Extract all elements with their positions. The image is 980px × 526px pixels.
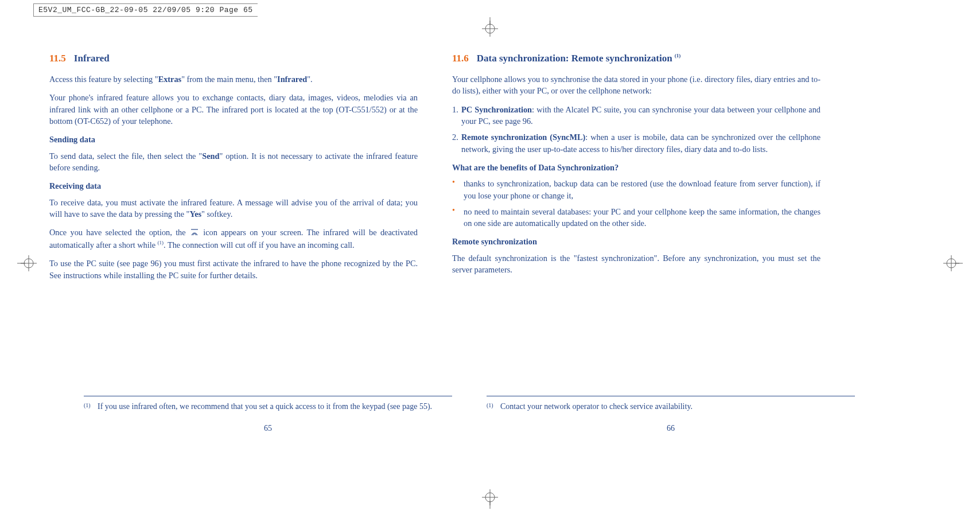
paragraph: Your cellphone allows you to synchronise… [452, 73, 820, 97]
paragraph: Once you have selected the option, the i… [49, 227, 418, 251]
document-header: E5V2_UM_FCC-GB_22-09-05 22/09/05 9:20 Pa… [33, 3, 258, 17]
section-heading: 11.5Infrared [49, 52, 418, 65]
text: " from the main menu, then " [181, 75, 277, 84]
crop-mark-bottom [479, 486, 501, 509]
footnote-text: Contact your network operator to check s… [500, 402, 855, 411]
list-item: 1. PC Synchronization: with the Alcatel … [452, 104, 820, 127]
paragraph: Your phone's infrared feature allows you… [49, 92, 418, 127]
crop-mark-left [17, 252, 40, 275]
section-number: 11.6 [452, 53, 469, 64]
page-number: 66 [487, 424, 855, 433]
section-title: Infrared [74, 53, 110, 64]
footnote: (1) Contact your network operator to che… [487, 396, 855, 411]
text: . The connection will cut off if you hav… [164, 240, 355, 250]
text-bold: Infrared [277, 75, 307, 84]
ordered-list: 1. PC Synchronization: with the Alcatel … [452, 104, 820, 155]
bullet-icon: • [452, 206, 464, 229]
bullet-icon: • [452, 178, 464, 201]
list-number: 2. [452, 131, 461, 155]
footnote-marker: (1) [84, 402, 98, 411]
text: To receive data, you must activate the i… [49, 198, 418, 219]
footnote-text: If you use infrared often, we recommend … [98, 402, 452, 411]
section-heading: 11.6Data synchronization: Remote synchro… [452, 52, 820, 65]
crop-mark-top [479, 17, 501, 40]
infrared-icon [190, 228, 199, 239]
text-bold: Extras [158, 75, 182, 84]
text-bold: Yes [189, 209, 201, 219]
left-page-content: 11.5Infrared Access this feature by sele… [49, 52, 418, 288]
subheading: What are the benefits of Data Synchroniz… [452, 162, 820, 173]
paragraph: To receive data, you must activate the i… [49, 197, 418, 220]
text: ". [307, 75, 312, 84]
footnote-marker: (1) [487, 402, 500, 411]
text: Access this feature by selecting " [49, 75, 158, 84]
text: Once you have selected the option, the [49, 228, 189, 237]
list-number: 1. [452, 104, 461, 127]
right-page-content: 11.6Data synchronization: Remote synchro… [452, 52, 820, 288]
text: thanks to synchronization, backup data c… [464, 178, 820, 201]
page-number: 65 [84, 424, 452, 433]
section-title: Data synchronization: Remote synchroniza… [477, 53, 675, 64]
bullet-list: • thanks to synchronization, backup data… [452, 178, 820, 229]
footnote: (1) If you use infrared often, we recomm… [84, 396, 452, 411]
subheading: Receiving data [49, 180, 418, 192]
paragraph: To use the PC suite (see page 96) you mu… [49, 258, 418, 281]
footnote-ref: (1) [158, 240, 164, 246]
page-area: 11.5Infrared Access this feature by sele… [34, 23, 946, 503]
text-bold: Remote synchronization (SyncML) [461, 133, 585, 142]
footnote-ref: (1) [675, 53, 681, 59]
text: no need to maintain several databases: y… [464, 206, 820, 229]
text-bold: Send [202, 151, 219, 161]
section-number: 11.5 [49, 53, 66, 64]
list-item: • thanks to synchronization, backup data… [452, 178, 820, 201]
text: To send data, select the file, then sele… [49, 151, 202, 161]
text: " softkey. [201, 209, 232, 219]
list-item: 2. Remote synchronization (SyncML): when… [452, 131, 820, 155]
text-bold: PC Synchronization [461, 105, 532, 114]
paragraph: Access this feature by selecting "Extras… [49, 73, 418, 85]
paragraph: To send data, select the file, then sele… [49, 150, 418, 174]
subheading: Sending data [49, 134, 418, 145]
paragraph: The default synchronization is the "fast… [452, 252, 820, 276]
crop-mark-right [940, 252, 963, 275]
list-item: • no need to maintain several databases:… [452, 206, 820, 229]
subheading: Remote synchronization [452, 236, 820, 247]
